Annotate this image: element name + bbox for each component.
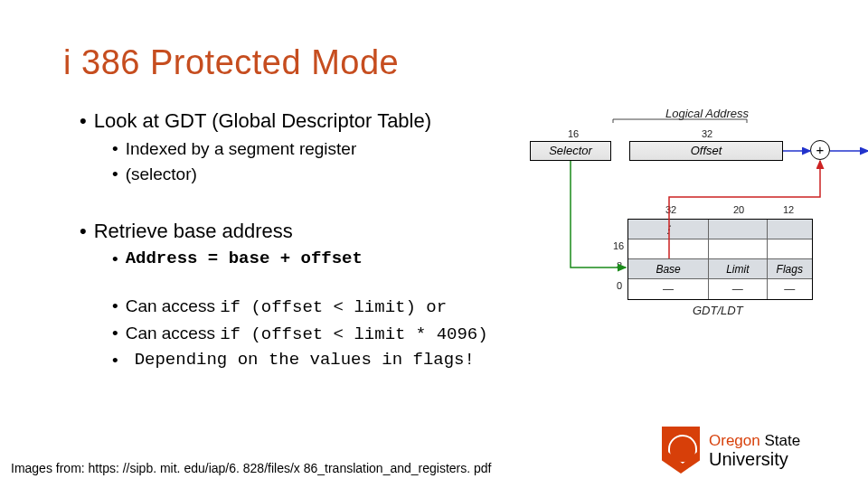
gdt-row-header: Base Limit Flags (628, 259, 812, 279)
col-bits-flags: 12 (783, 204, 794, 215)
slide-title: i 386 Protected Mode (63, 43, 805, 82)
address-translation-diagram: Logical Address 16 32 Selector Offset + … (512, 107, 868, 369)
adder-icon: + (810, 140, 830, 160)
gdt-row-dots: ⋮ (628, 220, 812, 239)
gdt-table: ⋮ Base Limit Flags — — — (627, 219, 813, 300)
col-bits-limit: 20 (733, 204, 744, 215)
bits-16: 16 (568, 128, 579, 139)
gdt-ldt-label: GDT/LDT (693, 304, 743, 317)
osu-logo-text: Oregon State University (709, 433, 800, 468)
row-idx-8: 8 (617, 260, 622, 271)
bits-32: 32 (702, 128, 712, 139)
row-idx-16: 16 (613, 240, 624, 251)
row-idx-0: 0 (617, 280, 622, 291)
image-citation: Images from: https: //sipb. mit. edu/iap… (11, 461, 492, 475)
osu-shield-icon (662, 427, 700, 474)
gdt-row-0: — — — (628, 279, 812, 299)
selector-box: Selector (530, 141, 611, 161)
col-bits-base: 32 (665, 204, 676, 215)
offset-box: Offset (629, 141, 783, 161)
oregon-state-logo: Oregon State University (662, 421, 852, 479)
logical-address-label: Logical Address (665, 107, 749, 120)
gdt-row-16 (628, 239, 812, 259)
